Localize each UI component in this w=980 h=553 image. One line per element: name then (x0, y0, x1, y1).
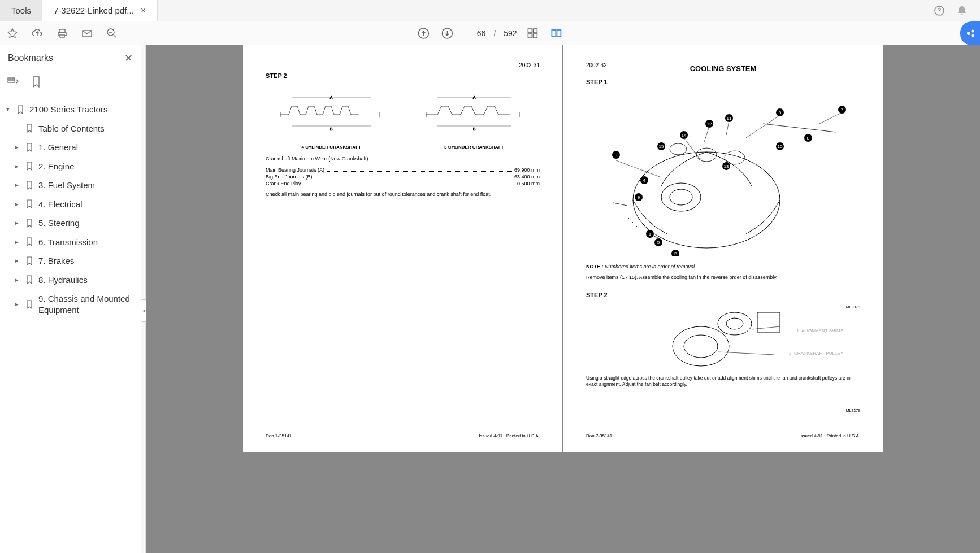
section-title: COOLING SYSTEM (586, 64, 860, 73)
svg-text:11: 11 (726, 116, 731, 121)
svg-text:7: 7 (840, 107, 843, 112)
bookmark-icon (25, 300, 34, 309)
svg-point-15 (971, 30, 974, 33)
expand-icon[interactable]: ▸ (14, 181, 20, 189)
lead-text: Crankshaft Maximum Wear (New Crankshaft)… (266, 155, 540, 163)
expand-icon[interactable]: ▸ (14, 301, 20, 308)
svg-text:5: 5 (657, 240, 660, 245)
bookmark-icon (25, 256, 34, 265)
tree-item-toc[interactable]: Table of Contents (0, 119, 141, 138)
page-total: 592 (504, 29, 517, 38)
tree-item-hydraulics[interactable]: ▸ 8. Hydraulics (0, 271, 141, 290)
svg-text:8: 8 (806, 136, 809, 141)
svg-text:15: 15 (658, 144, 664, 149)
collapse-handle-icon[interactable]: ◂ (141, 299, 146, 322)
expand-icon[interactable]: ▸ (14, 257, 20, 264)
options-icon[interactable] (7, 76, 19, 88)
tree-root[interactable]: ▾ 2100 Series Tractors (0, 100, 141, 119)
tree-label: 2. Engine (38, 161, 136, 172)
page-up-icon[interactable] (415, 25, 431, 41)
print-icon[interactable] (54, 25, 70, 41)
tree-item-fuel[interactable]: ▸ 3. Fuel System (0, 176, 141, 195)
svg-text:3: 3 (614, 153, 617, 158)
svg-text:B: B (330, 127, 333, 131)
page-down-icon[interactable] (439, 25, 455, 41)
collapse-icon[interactable]: ▾ (5, 106, 11, 113)
svg-text:13: 13 (723, 164, 729, 169)
expand-icon[interactable]: ▸ (14, 276, 20, 284)
document-viewer[interactable]: 2002-31 STEP 2 A B 4 CYLINDER CRANKSHA (146, 45, 980, 553)
svg-text:2: 2 (674, 251, 677, 256)
svg-rect-17 (8, 78, 15, 80)
tree-label: Table of Contents (38, 123, 136, 134)
tools-tab[interactable]: Tools (0, 0, 42, 21)
crankshaft-diagram-4cyl: A B (266, 89, 397, 140)
tree-label: 1. General (38, 142, 136, 153)
svg-text:A: A (472, 95, 475, 99)
spec-row: Crank End Play0.500 mm (266, 181, 540, 186)
svg-point-60 (684, 335, 718, 358)
close-panel-icon[interactable]: ✕ (124, 52, 133, 64)
svg-rect-18 (8, 81, 15, 82)
svg-point-16 (971, 34, 974, 37)
expand-icon[interactable]: ▸ (14, 143, 20, 151)
star-icon[interactable] (5, 25, 20, 41)
single-page-icon[interactable] (525, 25, 541, 41)
cloud-upload-icon[interactable] (29, 25, 45, 41)
bookmark-tree: ▾ 2100 Series Tractors Table of Contents… (0, 97, 141, 323)
page-separator: / (493, 29, 496, 38)
svg-point-25 (670, 189, 692, 205)
tree-item-steering[interactable]: ▸ 5. Steering (0, 214, 141, 233)
spec-row: Big End Journals (B)63.400 mm (266, 174, 540, 180)
expand-icon[interactable]: ▸ (14, 238, 20, 246)
page-footer: Don 7-35141 Issued 4-91 Printed in U.S.A… (266, 433, 540, 438)
svg-text:B: B (472, 127, 475, 131)
bell-icon[interactable] (955, 4, 969, 18)
zoom-out-icon[interactable] (104, 25, 120, 41)
figure-ref: ML3379 (846, 408, 860, 412)
tree-item-engine[interactable]: ▸ 2. Engine (0, 157, 141, 176)
bookmark-icon (25, 181, 34, 190)
find-bookmark-icon[interactable] (31, 76, 42, 88)
bookmarks-panel: Bookmarks ✕ ▾ 2100 Series Tractors Table… (0, 45, 141, 553)
two-page-icon[interactable] (549, 25, 565, 41)
tree-label: 9. Chassis and Mounted Equipment (38, 293, 136, 315)
svg-point-59 (673, 326, 729, 366)
svg-point-56 (670, 143, 687, 155)
document-tab[interactable]: 7-32622-Linked pdf... × (42, 0, 158, 21)
note-text: NOTE : Numbered items are in order of re… (586, 264, 860, 269)
callout: 2. CRANKSHAFT PULLEY (789, 351, 843, 356)
panel-resizer[interactable]: ◂ (141, 45, 146, 553)
expand-icon[interactable]: ▸ (14, 201, 20, 208)
callout: 1. ALIGNMENT SHIMS (796, 328, 843, 333)
tree-item-electrical[interactable]: ▸ 4. Electrical (0, 195, 141, 214)
page-number-input[interactable] (463, 29, 485, 38)
email-icon[interactable] (79, 25, 95, 41)
svg-rect-11 (534, 34, 537, 38)
svg-rect-63 (757, 312, 780, 332)
bookmark-icon (16, 105, 25, 114)
expand-icon[interactable]: ▸ (14, 163, 20, 170)
svg-text:A: A (330, 95, 333, 99)
help-icon[interactable] (933, 4, 946, 18)
tree-item-chassis[interactable]: ▸ 9. Chassis and Mounted Equipment (0, 289, 141, 319)
expand-icon[interactable]: ▸ (14, 219, 20, 227)
pulley-diagram: 1. ALIGNMENT SHIMS 2. CRANKSHAFT PULLEY (586, 303, 860, 371)
svg-rect-9 (534, 29, 537, 33)
svg-text:12: 12 (706, 121, 712, 127)
tree-label: 8. Hydraulics (38, 275, 136, 286)
tree-item-brakes[interactable]: ▸ 7. Brakes (0, 251, 141, 271)
bookmark-icon (25, 124, 34, 133)
bookmark-icon (25, 219, 34, 228)
close-icon[interactable]: × (141, 6, 146, 16)
tab-bar: Tools 7-32622-Linked pdf... × (0, 0, 980, 21)
tree-item-general[interactable]: ▸ 1. General (0, 138, 141, 157)
svg-text:10: 10 (777, 144, 782, 149)
bookmark-icon (25, 162, 34, 171)
crankshaft-diagram-3cyl: A B (409, 89, 540, 140)
share-button[interactable] (960, 21, 980, 45)
tree-label: 3. Fuel System (38, 180, 136, 191)
tree-item-transmission[interactable]: ▸ 6. Transmission (0, 233, 141, 252)
tree-label: 7. Brakes (38, 255, 136, 267)
paragraph: Using a straight edge across the cranksh… (586, 375, 860, 389)
